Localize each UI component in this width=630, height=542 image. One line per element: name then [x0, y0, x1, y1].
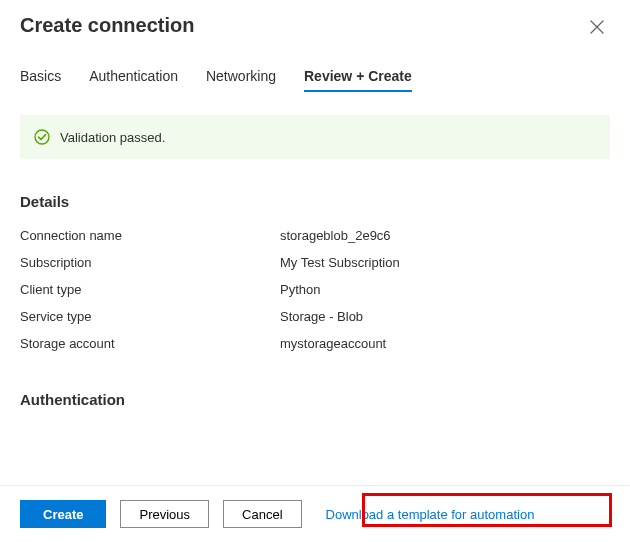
details-heading: Details [20, 193, 610, 210]
blade-header: Create connection [0, 0, 630, 40]
detail-label: Client type [20, 282, 280, 297]
download-template-link[interactable]: Download a template for automation [326, 507, 535, 522]
validation-banner: Validation passed. [20, 115, 610, 159]
detail-label: Connection name [20, 228, 280, 243]
detail-value: Storage - Blob [280, 309, 610, 324]
tab-networking[interactable]: Networking [206, 68, 276, 92]
detail-label: Storage account [20, 336, 280, 351]
tab-review-create[interactable]: Review + Create [304, 68, 412, 92]
detail-value: mystorageaccount [280, 336, 610, 351]
detail-value: storageblob_2e9c6 [280, 228, 610, 243]
detail-row: Connection name storageblob_2e9c6 [20, 222, 610, 249]
detail-row: Subscription My Test Subscription [20, 249, 610, 276]
detail-row: Service type Storage - Blob [20, 303, 610, 330]
detail-row: Storage account mystorageaccount [20, 330, 610, 357]
detail-label: Service type [20, 309, 280, 324]
blade-title: Create connection [20, 14, 194, 37]
success-check-icon [34, 129, 50, 145]
wizard-footer: Create Previous Cancel Download a templa… [0, 485, 630, 542]
content-scroll[interactable]: Validation passed. Details Connection na… [0, 93, 630, 485]
svg-point-0 [35, 130, 49, 144]
tab-basics[interactable]: Basics [20, 68, 61, 92]
wizard-tabs: Basics Authentication Networking Review … [0, 40, 630, 93]
detail-row: Client type Python [20, 276, 610, 303]
detail-label: Subscription [20, 255, 280, 270]
tab-authentication[interactable]: Authentication [89, 68, 178, 92]
cancel-button[interactable]: Cancel [223, 500, 301, 528]
close-icon [590, 22, 604, 37]
previous-button[interactable]: Previous [120, 500, 209, 528]
detail-value: Python [280, 282, 610, 297]
detail-value: My Test Subscription [280, 255, 610, 270]
create-button[interactable]: Create [20, 500, 106, 528]
authentication-heading: Authentication [20, 391, 610, 408]
validation-message: Validation passed. [60, 130, 165, 145]
create-connection-blade: Create connection Basics Authentication … [0, 0, 630, 542]
close-button[interactable] [584, 14, 610, 40]
